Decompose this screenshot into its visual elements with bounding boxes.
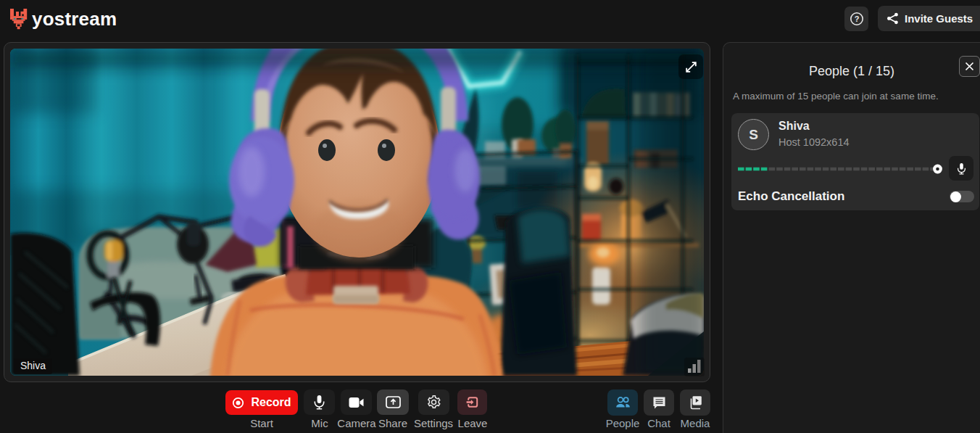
svg-text:?: ?	[854, 15, 859, 23]
